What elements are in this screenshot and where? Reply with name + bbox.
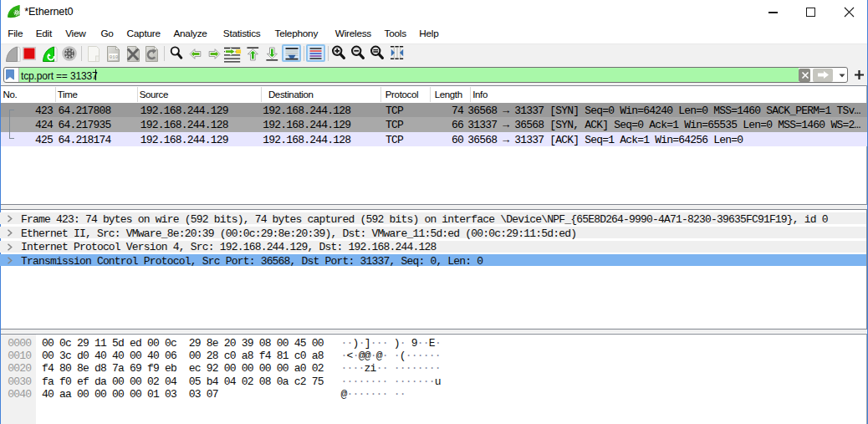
svg-text:010: 010 [110, 54, 119, 60]
